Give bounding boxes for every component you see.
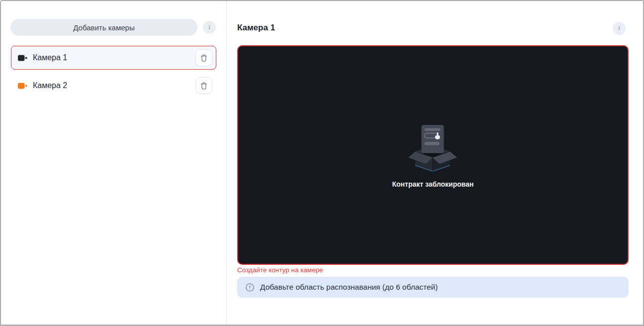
exclamation-circle-icon	[245, 283, 255, 292]
camera-list-item-2[interactable]: Камера 2	[11, 74, 216, 98]
camera-name: Камера 2	[33, 81, 67, 90]
camera-name: Камера 1	[33, 53, 67, 62]
videocam-icon	[18, 54, 27, 62]
trash-icon	[200, 82, 208, 90]
camera-list-item-1[interactable]: Камера 1	[11, 46, 216, 70]
page-title: Камера 1	[237, 23, 275, 33]
camera-list: Камера 1 Камера 2	[11, 46, 216, 98]
recognition-area-banner-text: Добавьте область распознавания (до 6 обл…	[260, 283, 438, 292]
camera-preview-canvas[interactable]: Контракт заблокирован	[237, 45, 629, 265]
trash-icon	[200, 54, 208, 62]
delete-camera-button[interactable]	[195, 49, 212, 66]
detail-info-icon[interactable]: i	[613, 22, 626, 35]
videocam-icon	[18, 82, 27, 90]
sidebar-toolbar: Добавить камеры i	[10, 19, 216, 36]
camera-settings-window: Добавить камеры i Камера 1 Камера 2	[0, 0, 644, 326]
camera-detail-panel: Камера 1 i	[227, 1, 643, 325]
delete-camera-button[interactable]	[195, 77, 212, 94]
sidebar: Добавить камеры i Камера 1 Камера 2	[1, 1, 227, 325]
open-box-icon	[403, 122, 462, 173]
add-cameras-button[interactable]: Добавить камеры	[10, 19, 197, 36]
contour-error-text: Создайте контур на камере	[237, 266, 323, 274]
sidebar-info-icon[interactable]: i	[203, 21, 216, 34]
blocked-contract-empty-state: Контракт заблокирован	[392, 122, 473, 188]
blocked-contract-label: Контракт заблокирован	[392, 180, 473, 188]
recognition-area-banner: Добавьте область распознавания (до 6 обл…	[237, 277, 629, 298]
